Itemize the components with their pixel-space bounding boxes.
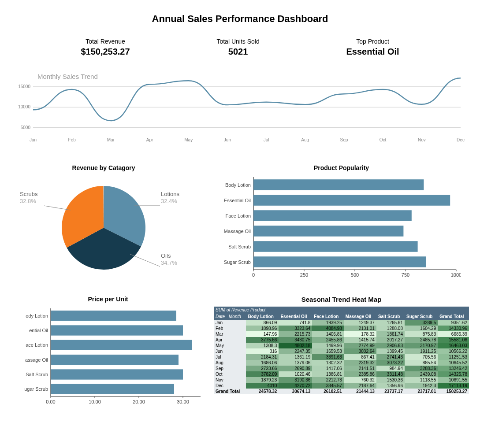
svg-rect-57 <box>51 325 183 335</box>
svg-rect-59 <box>51 340 192 350</box>
svg-rect-43 <box>253 256 426 267</box>
svg-text:15000: 15000 <box>18 84 30 89</box>
svg-text:Aug: Aug <box>301 137 309 142</box>
svg-text:Essential Oil: Essential Oil <box>224 198 251 203</box>
kpi-units-value: 5021 <box>216 47 259 57</box>
svg-text:ace Lotion: ace Lotion <box>26 342 48 348</box>
ppu-title: Price per Unit <box>11 296 205 303</box>
svg-text:ugar Scrub: ugar Scrub <box>24 386 48 392</box>
svg-text:Jul: Jul <box>264 137 269 142</box>
svg-text:1000: 1000 <box>451 272 461 278</box>
kpi-top-product: Top Product Essential Oil <box>346 38 399 57</box>
svg-rect-39 <box>253 226 403 237</box>
revenue-by-category-chart: Revenue by Catagory Lotions32.4%Oils34.7… <box>11 164 196 282</box>
kpi-revenue-value: $150,253.27 <box>81 47 130 57</box>
svg-text:750: 750 <box>402 272 409 278</box>
svg-text:Face Lotion: Face Lotion <box>226 213 251 218</box>
svg-rect-61 <box>51 355 179 365</box>
kpi-revenue: Total Revenue $150,253.27 <box>81 38 130 57</box>
svg-rect-33 <box>253 179 424 190</box>
svg-line-19 <box>130 254 160 267</box>
kpi-units: Total Units Sold 5021 <box>216 38 259 57</box>
product-popularity-chart: Product Popularity 02505007501000Body Lo… <box>214 164 469 282</box>
svg-rect-41 <box>253 241 418 252</box>
svg-text:ody Lotion: ody Lotion <box>26 313 48 318</box>
svg-text:Massage Oil: Massage Oil <box>224 229 251 234</box>
svg-text:500: 500 <box>351 272 359 278</box>
pie-label: Oils34.7% <box>161 252 177 266</box>
heat-table: Date - MonthBody LotionEssential OilFace… <box>214 313 469 394</box>
monthly-trend-chart: Monthly Sales Trend 50001000015000JanFeb… <box>15 70 465 147</box>
svg-text:Mar: Mar <box>107 137 115 142</box>
svg-text:Jan: Jan <box>30 137 37 142</box>
svg-text:30.00: 30.00 <box>177 399 189 404</box>
svg-text:Nov: Nov <box>418 137 426 142</box>
popularity-title: Product Popularity <box>214 164 469 171</box>
svg-text:10000: 10000 <box>18 104 30 109</box>
svg-text:Sep: Sep <box>340 137 348 142</box>
svg-text:20.00: 20.00 <box>133 399 145 404</box>
popularity-svg: 02505007501000Body LotionEssential OilFa… <box>214 175 461 281</box>
ppu-svg: 0.0010.0020.0030.00ody Lotionential Oila… <box>11 306 205 407</box>
svg-rect-35 <box>253 195 450 206</box>
svg-rect-63 <box>51 369 183 379</box>
svg-text:Salt Scrub: Salt Scrub <box>228 244 251 249</box>
kpi-top-value: Essential Oil <box>346 47 399 57</box>
svg-rect-55 <box>51 311 176 321</box>
heat-preheader: SUM of Revenue Product <box>214 307 469 313</box>
svg-text:0: 0 <box>252 272 255 278</box>
svg-text:Body Lotion: Body Lotion <box>225 182 251 188</box>
heat-title: Seasonal Trend Heat Map <box>214 296 469 303</box>
svg-text:Apr: Apr <box>146 137 153 142</box>
pie-title: Revenue by Catagory <box>11 164 196 171</box>
svg-rect-65 <box>51 384 174 394</box>
price-per-unit-chart: Price per Unit 0.0010.0020.0030.00ody Lo… <box>11 296 205 409</box>
svg-line-20 <box>44 206 71 210</box>
svg-text:0.00: 0.00 <box>46 399 55 404</box>
svg-text:10.00: 10.00 <box>89 399 101 404</box>
kpi-revenue-label: Total Revenue <box>81 38 130 45</box>
svg-text:Sugar Scrub: Sugar Scrub <box>224 259 251 265</box>
svg-text:Jun: Jun <box>224 137 231 142</box>
seasonal-heatmap: Seasonal Trend Heat Map SUM of Revenue P… <box>214 296 469 409</box>
kpi-top-label: Top Product <box>346 38 399 45</box>
svg-text:May: May <box>184 137 193 142</box>
monthly-trend-svg: 50001000015000JanFebMarAprMayJunJulAugSe… <box>15 70 465 145</box>
pie-label: Scrubs32.8% <box>20 191 37 204</box>
monthly-trend-title: Monthly Sales Trend <box>37 73 98 80</box>
dashboard-title: Annual Sales Performance Dashboard <box>11 13 469 25</box>
svg-text:Feb: Feb <box>68 137 76 142</box>
svg-text:ential Oil: ential Oil <box>29 328 48 333</box>
svg-text:Oct: Oct <box>380 137 387 142</box>
pie-label: Lotions32.4% <box>161 191 179 204</box>
svg-text:5000: 5000 <box>21 125 31 130</box>
kpi-row: Total Revenue $150,253.27 Total Units So… <box>37 38 443 57</box>
svg-rect-37 <box>253 210 412 221</box>
kpi-units-label: Total Units Sold <box>216 38 259 45</box>
svg-text:Salt Scrub: Salt Scrub <box>26 372 48 377</box>
svg-text:250: 250 <box>300 272 308 278</box>
svg-text:Dec: Dec <box>457 137 465 142</box>
svg-text:assage Oil: assage Oil <box>25 357 48 363</box>
